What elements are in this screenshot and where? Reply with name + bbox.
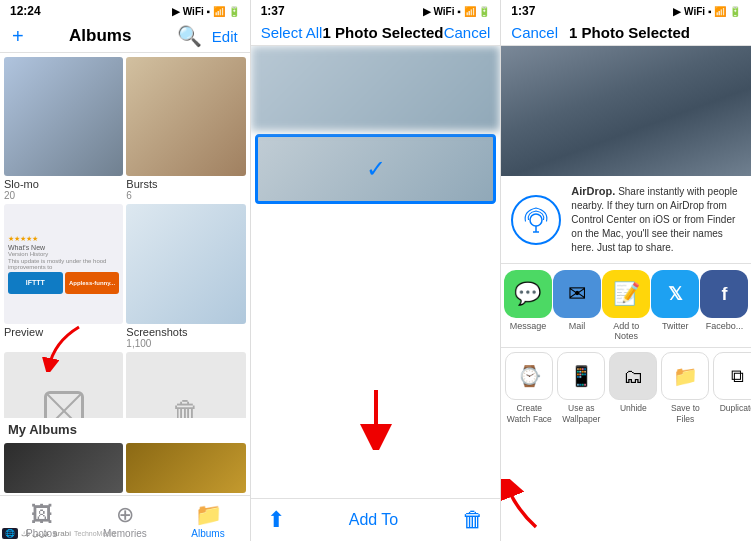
selected-photo[interactable]: ✓: [255, 134, 497, 204]
twitter-app-icon: 𝕏: [651, 270, 699, 318]
panel-share: 1:37 ▶ WiFi ▪ 📶 🔋 Cancel 1 Photo Selecte…: [501, 0, 751, 541]
status-icons-3: ▶ WiFi ▪ 📶 🔋: [673, 6, 741, 17]
airdrop-svg: [521, 205, 551, 235]
album-item-whatsnew[interactable]: ★★★★★ What's New Version History This up…: [4, 204, 123, 348]
unhide-label: Unhide: [620, 403, 647, 413]
watermark-small: TechnoMedia: [74, 530, 116, 537]
actions-row: ⌚ CreateWatch Face 📱 Use asWallpaper 🗂 U…: [501, 348, 751, 427]
notes-app-label: Add to Notes: [604, 321, 649, 341]
album-item-slomo[interactable]: Slo-mo 20: [4, 57, 123, 201]
unhide-icon-box: 🗂: [609, 352, 657, 400]
album-thumb-slomo: [4, 57, 123, 176]
share-title: 1 Photo Selected: [569, 24, 690, 41]
status-icons-1: ▶ WiFi ▪ 📶 🔋: [172, 6, 240, 17]
albums-nav: + Albums 🔍 Edit: [0, 20, 250, 53]
wallpaper-label: Use asWallpaper: [562, 403, 600, 423]
watch-face-label: CreateWatch Face: [507, 403, 552, 423]
my-album-1[interactable]: [4, 443, 123, 493]
trash-icon: 🗑: [172, 395, 200, 418]
facebook-app-label: Facebo...: [706, 321, 744, 331]
album-count-bursts: 6: [126, 190, 245, 201]
share-app-twitter[interactable]: 𝕏 Twitter: [653, 270, 698, 341]
album-label-screenshots: Screenshots: [126, 326, 245, 338]
airdrop-section: AirDrop. Share instantly with people nea…: [501, 176, 751, 264]
delete-icon[interactable]: 🗑: [462, 507, 484, 533]
mail-app-icon: ✉: [553, 270, 601, 318]
select-nav: Select All 1 Photo Selected Cancel: [251, 20, 501, 46]
save-files-label: Save to Files: [661, 403, 709, 423]
tab-albums-icon: 📁: [195, 502, 222, 528]
add-to-button[interactable]: Add To: [349, 511, 399, 529]
empty-space: [251, 207, 501, 407]
cancel-button-2[interactable]: Cancel: [444, 24, 491, 41]
duplicate-label: Duplicate: [720, 403, 751, 413]
tab-albums[interactable]: 📁 Albums: [166, 502, 249, 539]
share-app-facebook[interactable]: f Facebo...: [702, 270, 747, 341]
notes-app-icon: 📝: [602, 270, 650, 318]
panel-select: 1:37 ▶ WiFi ▪ 📶 🔋 Select All 1 Photo Sel…: [251, 0, 502, 541]
albums-title: Albums: [69, 26, 131, 46]
panel-albums: 12:24 ▶ WiFi ▪ 📶 🔋 + Albums 🔍 Edit Slo-m…: [0, 0, 251, 541]
share-apps-row: 💬 Message ✉ Mail 📝 Add to Notes 𝕏 Twitte…: [501, 264, 751, 348]
action-save-files[interactable]: 📁 Save to Files: [661, 352, 709, 423]
tab-memories-icon: ⊕: [116, 502, 134, 528]
message-app-label: Message: [510, 321, 547, 331]
share-icon[interactable]: ⬆: [267, 507, 285, 533]
album-count-slomo: 20: [4, 190, 123, 201]
my-albums-row: [0, 439, 250, 495]
airdrop-icon: [511, 195, 561, 245]
album-thumb-bursts: [126, 57, 245, 176]
twitter-app-label: Twitter: [662, 321, 689, 331]
status-icons-2: ▶ WiFi ▪ 📶 🔋: [423, 6, 491, 17]
pixel-art: [596, 81, 656, 141]
albums-grid: Slo-mo 20 Bursts 6 ★★★★★ What's New Vers…: [0, 53, 250, 418]
time-2: 1:37: [261, 4, 285, 18]
album-label-whatsnew: Preview: [4, 326, 123, 338]
share-app-mail[interactable]: ✉ Mail: [554, 270, 599, 341]
action-duplicate[interactable]: ⧉ Duplicate: [713, 352, 751, 423]
time-3: 1:37: [511, 4, 535, 18]
action-wallpaper[interactable]: 📱 Use asWallpaper: [557, 352, 605, 423]
duplicate-icon-box: ⧉: [713, 352, 751, 400]
share-photo-preview: [501, 46, 751, 176]
share-nav: Cancel 1 Photo Selected: [501, 20, 751, 46]
watermark: 🌐 عربي تك arabi TechnoMedia: [2, 528, 116, 539]
photo-action-bar: ⬆ Add To 🗑: [251, 498, 501, 541]
status-bar-3: 1:37 ▶ WiFi ▪ 📶 🔋: [501, 0, 751, 20]
my-album-2[interactable]: [126, 443, 245, 493]
svg-point-1: [530, 214, 542, 226]
airdrop-title-text: AirDrop.: [571, 185, 615, 197]
pixelated-photo: [501, 46, 751, 176]
tab-albums-label: Albums: [191, 528, 224, 539]
watermark-logo: 🌐: [2, 528, 18, 539]
status-bar-2: 1:37 ▶ WiFi ▪ 📶 🔋: [251, 0, 501, 20]
share-photo-img: [501, 46, 751, 176]
album-item-bursts[interactable]: Bursts 6: [126, 57, 245, 201]
album-item-hidden[interactable]: Hidden 2: [4, 352, 123, 418]
edit-button[interactable]: Edit: [212, 28, 238, 45]
add-icon[interactable]: +: [12, 25, 24, 48]
blurred-photo: [251, 46, 501, 131]
cancel-button-3[interactable]: Cancel: [511, 24, 558, 41]
share-app-message[interactable]: 💬 Message: [505, 270, 550, 341]
facebook-app-icon: f: [700, 270, 748, 318]
watermark-text: عربي تك: [21, 529, 50, 538]
album-label-bursts: Bursts: [126, 178, 245, 190]
airdrop-description: AirDrop. Share instantly with people nea…: [571, 184, 741, 255]
watch-face-icon-box: ⌚: [505, 352, 553, 400]
search-icon[interactable]: 🔍: [177, 24, 202, 48]
my-albums-header: My Albums: [0, 418, 250, 439]
action-watch-face[interactable]: ⌚ CreateWatch Face: [505, 352, 553, 423]
album-item-recently-deleted[interactable]: 🗑 Recently Deleted 51: [126, 352, 245, 418]
album-thumb-recently-deleted: 🗑: [126, 352, 245, 418]
status-bar-1: 12:24 ▶ WiFi ▪ 📶 🔋: [0, 0, 250, 20]
time-1: 12:24: [10, 4, 41, 18]
red-arrow-unhide: [501, 479, 546, 529]
action-unhide[interactable]: 🗂 Unhide: [609, 352, 657, 423]
albums-nav-icons: 🔍 Edit: [177, 24, 238, 48]
save-files-icon-box: 📁: [661, 352, 709, 400]
select-all-button[interactable]: Select All: [261, 24, 323, 41]
album-item-screenshots[interactable]: Screenshots 1,100: [126, 204, 245, 348]
share-app-notes[interactable]: 📝 Add to Notes: [604, 270, 649, 341]
album-label-slomo: Slo-mo: [4, 178, 123, 190]
